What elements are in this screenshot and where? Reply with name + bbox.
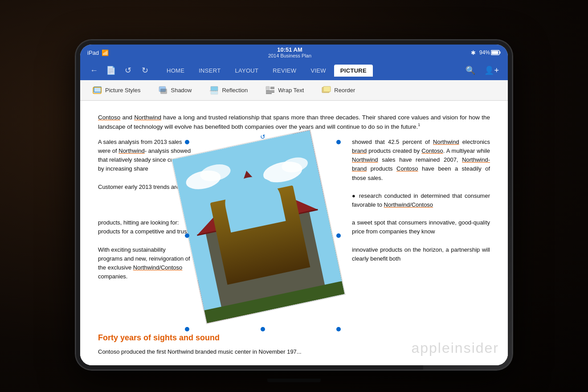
battery-indicator: 94% (479, 49, 501, 56)
svg-rect-30 (227, 243, 249, 269)
status-right: ✱ 94% (471, 49, 501, 56)
svg-rect-8 (211, 86, 218, 91)
svg-rect-1 (491, 51, 498, 54)
profile-button[interactable]: 👤+ (482, 64, 501, 77)
toolbar: ← 📄 ↺ ↻ HOME INSERT LAYOUT REVIEW VIEW P… (80, 61, 508, 101)
reflection-icon (209, 86, 219, 95)
image-placeholder (172, 130, 344, 323)
status-document: 2014 Business Plan (268, 53, 311, 59)
search-button[interactable]: 🔍 (464, 64, 477, 77)
battery-icon (491, 50, 501, 55)
rotate-handle[interactable]: ↺ (260, 132, 265, 142)
reorder-tool[interactable]: Reorder (318, 84, 359, 97)
tab-home[interactable]: HOME (160, 65, 191, 77)
picture-styles-icon (93, 86, 102, 95)
svg-rect-4 (94, 87, 101, 92)
status-time: 10:51 AM (277, 46, 302, 53)
toolbar-actions: 🔍 👤+ (464, 64, 501, 77)
two-column-section: A sales analysis from 2013 sales were of… (98, 138, 490, 325)
ipad-bottom-dock (267, 379, 321, 382)
ipad-frame: iPad 📶 10:51 AM 2014 Business Plan ✱ 94% (76, 40, 512, 370)
contoso-link-3: Contoso (396, 165, 418, 172)
svg-rect-31 (253, 238, 274, 263)
handle-middle-left[interactable] (185, 233, 189, 238)
wrap-text-label: Wrap Text (278, 87, 304, 94)
reorder-icon (322, 86, 331, 95)
northwind-link-3: Northwind (433, 139, 459, 145)
handle-bottom-left[interactable] (185, 327, 189, 331)
paragraph-1: Contoso and Northwind have a long and tr… (98, 113, 490, 131)
shadow-tool[interactable]: Shadow (155, 84, 195, 97)
reflection-label: Reflection (222, 87, 248, 94)
svg-rect-11 (266, 86, 270, 90)
handle-middle-right[interactable] (336, 233, 341, 238)
nav-buttons: ← 📄 ↺ ↻ (87, 64, 151, 77)
northwind-contoso-link-1: Northwind/Contoso (133, 264, 183, 271)
svg-rect-28 (238, 189, 272, 229)
handle-top-right[interactable] (336, 140, 341, 144)
reorder-label: Reorder (334, 87, 355, 94)
brand-link: brand (352, 147, 367, 154)
shadow-icon (158, 86, 168, 95)
svg-rect-18 (323, 86, 331, 92)
right-para-4: innovative products on the horizon, a pa… (352, 245, 490, 263)
right-para-3: a sweet spot that consumers innovative, … (352, 218, 490, 236)
back-button[interactable]: ← (87, 64, 101, 77)
wifi-icon: 📶 (102, 49, 109, 56)
tab-review[interactable]: REVIEW (266, 65, 302, 77)
right-column: showed that 42.5 percent of Northwind el… (352, 138, 490, 263)
tab-bar: ← 📄 ↺ ↻ HOME INSERT LAYOUT REVIEW VIEW P… (80, 61, 508, 80)
northwind-link-1: Northwind (134, 114, 161, 121)
contoso-link-1: Contoso (98, 114, 120, 121)
image-container[interactable]: ↺ (187, 142, 339, 329)
northwind-contoso-link-2: Northwind/Contoso (384, 201, 433, 208)
svg-rect-33 (248, 208, 264, 226)
handle-bottom-middle[interactable] (261, 327, 265, 331)
reflection-tool[interactable]: Reflection (206, 84, 251, 97)
right-para-1: showed that 42.5 percent of Northwind el… (352, 138, 490, 183)
picture-styles-label: Picture Styles (105, 87, 140, 94)
ipad-device: iPad 📶 10:51 AM 2014 Business Plan ✱ 94% (76, 40, 512, 379)
left-para-3: products, hitting are looking for: produ… (98, 218, 192, 236)
picture-tools-bar: Picture Styles Shadow (80, 80, 508, 101)
left-para-4: With exciting sustainability programs an… (98, 245, 192, 282)
redo-button[interactable]: ↻ (138, 64, 151, 77)
superscript-1: 1 (418, 122, 420, 127)
wrap-text-tool[interactable]: Wrap Text (262, 84, 307, 97)
tab-layout[interactable]: LAYOUT (229, 65, 265, 77)
tab-insert[interactable]: INSERT (192, 65, 227, 77)
building-image[interactable] (171, 129, 346, 324)
ipad-screen: iPad 📶 10:51 AM 2014 Business Plan ✱ 94% (80, 45, 508, 365)
bluetooth-icon: ✱ (471, 49, 476, 56)
tab-picture[interactable]: PICTURE (334, 65, 373, 77)
contoso-link-2: Contoso (421, 147, 443, 154)
svg-rect-7 (160, 89, 167, 94)
undo-button[interactable]: ↺ (121, 64, 135, 77)
device-label: iPad (87, 49, 99, 56)
wrap-text-icon (265, 86, 275, 95)
document-area[interactable]: Contoso and Northwind have a long and tr… (80, 101, 508, 365)
handle-bottom-right[interactable] (336, 327, 341, 331)
svg-rect-9 (211, 91, 218, 94)
section-heading: Forty years of sights and sound (98, 332, 490, 344)
picture-styles-tool[interactable]: Picture Styles (89, 84, 144, 97)
handle-top-left[interactable] (185, 140, 189, 144)
svg-line-27 (197, 210, 318, 236)
northwind-link-4: Northwind (352, 156, 378, 163)
document-page: Contoso and Northwind have a long and tr… (80, 101, 508, 365)
bottom-paragraph: Contoso produced the first Northwind bra… (98, 347, 490, 356)
svg-rect-32 (278, 233, 300, 258)
right-para-2: ● research conducted in determined that … (352, 192, 490, 209)
tab-view[interactable]: VIEW (304, 65, 332, 77)
status-bar: iPad 📶 10:51 AM 2014 Business Plan ✱ 94% (80, 45, 508, 61)
svg-rect-2 (499, 52, 500, 54)
status-left: iPad 📶 (87, 49, 109, 56)
northwind-link-2: Northwind (118, 147, 145, 154)
doc-icon-button[interactable]: 📄 (104, 64, 118, 77)
status-center: 10:51 AM 2014 Business Plan (268, 46, 311, 59)
battery-percentage: 94% (479, 49, 490, 56)
shadow-label: Shadow (171, 87, 192, 94)
